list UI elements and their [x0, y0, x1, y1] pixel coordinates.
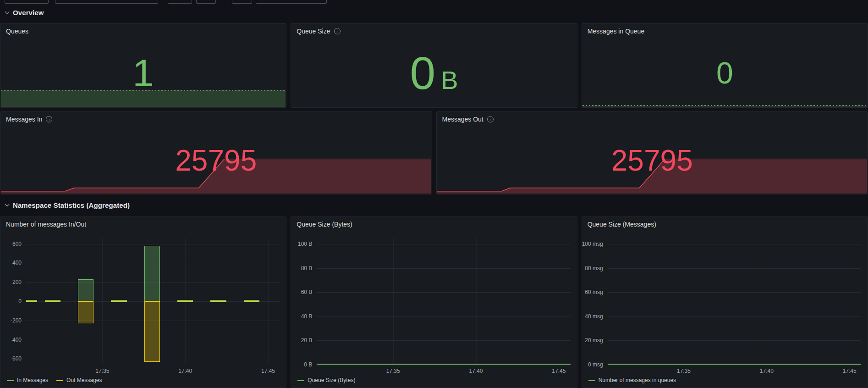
chevron-down-icon [5, 202, 10, 206]
toolbar-control[interactable] [256, 0, 327, 4]
legend-swatch [297, 380, 304, 381]
gridline-v [393, 238, 394, 365]
panel-title[interactable]: Queue Size (Bytes) [297, 221, 352, 228]
gridline-v [102, 238, 103, 365]
gridline-h [317, 268, 570, 269]
stat-value: 0B [410, 50, 458, 96]
x-axis: 17:3517:4017:45 [608, 365, 861, 375]
toolbar-control[interactable] [55, 0, 158, 4]
y-tick-label: -400 [11, 337, 22, 343]
y-tick-label: 600 [12, 241, 22, 247]
panel-title[interactable]: Queue Size (Messages) [588, 221, 656, 228]
panel-title[interactable]: Messages in Queue [588, 28, 645, 35]
legend-item[interactable]: Out Messages [56, 377, 102, 383]
gridline-h [608, 244, 861, 244]
toolbar-control[interactable] [196, 0, 216, 4]
x-tick-label: 17:45 [261, 368, 275, 374]
queue-size-bytes-chart: 100 B80 B60 B40 B20 B0 B 17:3517:4017:45… [291, 232, 577, 388]
x-tick-label: 17:35 [95, 368, 109, 374]
bar-out-messages [78, 301, 93, 323]
stat-unit: B [441, 67, 458, 93]
gridline-v [476, 238, 477, 365]
bar-in-messages [78, 279, 93, 301]
panel-queues: Queues 1 [0, 23, 286, 108]
panel-header: Messages In i [0, 112, 432, 127]
stat-body: 0 [582, 39, 868, 107]
stat-body: 0B [291, 39, 577, 107]
gridline-h [317, 340, 570, 341]
x-axis: 17:3517:4017:45 [26, 365, 280, 375]
bar-out-messages [244, 301, 259, 302]
y-tick-label: 0 msg [588, 361, 603, 368]
info-icon[interactable]: i [46, 116, 52, 122]
y-tick-label: 60 msg [585, 289, 603, 295]
bar-out-messages [144, 301, 160, 362]
legend-label: Queue Size (Bytes) [308, 377, 355, 383]
info-icon[interactable]: i [334, 28, 341, 34]
x-tick-label: 17:40 [469, 368, 483, 374]
panel-header: Messages in Queue [582, 24, 868, 39]
y-tick-label: 200 [12, 279, 22, 285]
y-axis: 6004002000-200-400-600 [0, 238, 26, 365]
bar-out-messages [26, 301, 37, 302]
legend: Number of messages in queues [582, 375, 861, 386]
gridline-h [26, 244, 280, 244]
toolbar-control[interactable] [5, 0, 49, 4]
gridline-v [684, 238, 684, 365]
y-axis: 100 msg80 msg60 msg40 msg20 msg0 msg [582, 238, 608, 365]
legend-item[interactable]: Number of messages in queues [588, 377, 676, 383]
panel-title[interactable]: Messages In [6, 116, 42, 123]
panel-messages-in: Messages In i 25795 [0, 111, 432, 194]
panel-title[interactable]: Queues [6, 28, 28, 35]
x-tick-label: 17:45 [843, 368, 857, 374]
gridline-h [608, 292, 861, 293]
panel-title[interactable]: Messages Out [442, 116, 483, 123]
panel-title[interactable]: Number of messages In/Out [6, 221, 86, 228]
stat-value: 1 [132, 54, 154, 92]
legend-item[interactable]: Queue Size (Bytes) [297, 377, 355, 383]
y-tick-label: 80 B [301, 265, 313, 272]
sparkline [582, 105, 867, 107]
bar-out-messages [177, 301, 193, 302]
y-tick-label: 100 B [298, 241, 312, 247]
x-tick-label: 17:45 [552, 368, 566, 374]
panel-queue-size-bytes-chart: Queue Size (Bytes) 100 B80 B60 B40 B20 B… [291, 216, 577, 388]
panel-header: Queues [0, 24, 286, 39]
gridline-v [767, 238, 767, 365]
y-tick-label: 0 [18, 298, 22, 305]
top-toolbar [0, 0, 868, 5]
x-tick-label: 17:35 [677, 368, 691, 374]
panel-queue-size-messages-chart: Queue Size (Messages) 100 msg80 msg60 ms… [582, 216, 868, 388]
stat-value: 0 [716, 58, 733, 88]
y-tick-label: 80 msg [585, 265, 603, 272]
legend-swatch [56, 380, 63, 381]
panel-messages-in-out-chart: Number of messages In/Out 6004002000-200… [0, 216, 286, 388]
y-tick-label: 20 msg [585, 337, 603, 344]
legend-label: Out Messages [66, 377, 102, 383]
legend-item[interactable]: In Messages [7, 377, 48, 383]
stat-body: 1 [0, 39, 286, 107]
x-tick-label: 17:40 [178, 368, 192, 374]
panel-messages-out: Messages Out i 25795 [436, 111, 868, 194]
panel-messages-in-queue: Messages in Queue 0 [582, 23, 868, 108]
plot-area [608, 238, 861, 365]
panel-header: Queue Size (Bytes) [291, 217, 577, 232]
gridline-h [608, 316, 861, 317]
info-icon[interactable]: i [487, 116, 494, 122]
panel-header: Queue Size (Messages) [582, 217, 868, 232]
stat-body: 25795 [437, 127, 868, 194]
section-row-overview[interactable]: Overview [0, 5, 868, 20]
x-axis: 17:3517:4017:45 [317, 365, 570, 375]
y-axis: 100 B80 B60 B40 B20 B0 B [291, 238, 317, 365]
section-row-namespace-statistics[interactable]: Namespace Statistics (Aggregated) [0, 197, 868, 213]
y-tick-label: 40 B [301, 313, 313, 320]
bar-in-messages [144, 246, 160, 301]
gridline-v [559, 238, 559, 365]
y-tick-label: 40 msg [585, 313, 603, 320]
legend-label: In Messages [17, 377, 48, 383]
toolbar-control[interactable] [168, 0, 192, 4]
gridline-h [608, 268, 861, 269]
panel-title[interactable]: Queue Size [297, 28, 330, 35]
y-tick-label: 100 msg [582, 241, 603, 247]
toolbar-control[interactable] [232, 0, 252, 4]
